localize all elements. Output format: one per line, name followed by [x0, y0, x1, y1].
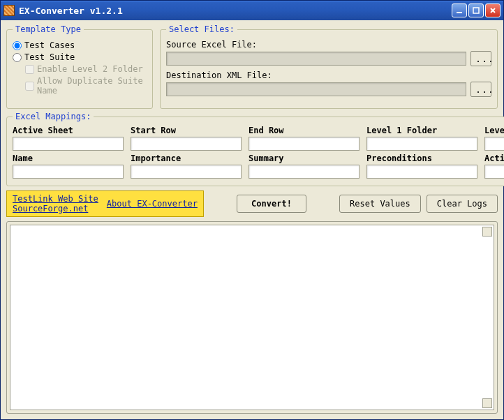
- input-end-row[interactable]: [249, 137, 360, 151]
- select-files-group: Select Files: Source Excel File: ... Des…: [160, 24, 498, 109]
- check-dup-label: Allow Duplicate Suite Name: [37, 76, 147, 96]
- browse-dest-button[interactable]: ...: [470, 82, 491, 97]
- input-level1[interactable]: [366, 137, 477, 151]
- radio-test-suite[interactable]: Test Suite: [13, 52, 147, 62]
- label-name: Name: [13, 153, 124, 163]
- input-level2[interactable]: [484, 137, 504, 151]
- svg-rect-1: [473, 8, 479, 13]
- maximize-icon: [473, 7, 480, 14]
- minimize-icon: [456, 7, 463, 14]
- check-dup-input: [25, 82, 34, 91]
- source-file-row: ...: [166, 51, 491, 66]
- window-buttons: [452, 3, 501, 17]
- input-actions[interactable]: [484, 165, 504, 179]
- close-icon: [489, 7, 496, 14]
- col-summary: Summary: [249, 153, 360, 179]
- col-actions: Actions: [484, 153, 504, 179]
- input-summary[interactable]: [249, 165, 360, 179]
- log-group: [6, 221, 498, 414]
- radio-test-cases[interactable]: Test Cases: [13, 40, 147, 50]
- mappings-grid: Active Sheet Start Row End Row Level 1 F…: [13, 126, 504, 179]
- template-type-group: Template Type Test Cases Test Suite Enab…: [6, 24, 153, 109]
- radio-test-cases-label: Test Cases: [24, 40, 75, 50]
- action-row: TestLink Web Site SourceForge.net About …: [6, 190, 498, 217]
- links-box: TestLink Web Site SourceForge.net About …: [6, 190, 204, 217]
- label-actions: Actions: [484, 153, 504, 163]
- app-window: EX-Converter v1.2.1 Template Type Test C…: [0, 0, 504, 420]
- dest-file-row: ...: [166, 82, 491, 97]
- label-level2: Level 2 Folder: [484, 126, 504, 135]
- svg-rect-0: [457, 12, 462, 13]
- input-active-sheet[interactable]: [13, 137, 124, 151]
- col-preconditions: Preconditions: [366, 153, 477, 179]
- clear-logs-button[interactable]: Clear Logs: [427, 195, 498, 213]
- col-importance: Importance: [131, 153, 242, 179]
- maximize-button[interactable]: [468, 3, 484, 17]
- app-icon: [3, 5, 15, 16]
- col-level1: Level 1 Folder: [366, 126, 477, 151]
- source-file-input[interactable]: [166, 52, 466, 66]
- scroll-up-icon[interactable]: [482, 227, 492, 237]
- window-title: EX-Converter v1.2.1: [19, 6, 452, 16]
- col-level2: Level 2 Folder: [484, 126, 504, 151]
- col-end-row: End Row: [249, 126, 360, 151]
- label-summary: Summary: [249, 153, 360, 163]
- label-preconditions: Preconditions: [366, 153, 477, 163]
- log-textarea[interactable]: [10, 225, 494, 410]
- radio-test-cases-input[interactable]: [13, 41, 22, 50]
- content-area: Template Type Test Cases Test Suite Enab…: [1, 20, 503, 419]
- label-importance: Importance: [131, 153, 242, 163]
- dest-file-label: Destination XML File:: [166, 70, 491, 80]
- titlebar: EX-Converter v1.2.1: [1, 1, 503, 20]
- convert-button[interactable]: Convert!: [237, 195, 306, 213]
- input-importance[interactable]: [131, 165, 242, 179]
- excel-mappings-group: Excel Mappings: Active Sheet Start Row E…: [6, 112, 504, 186]
- label-active-sheet: Active Sheet: [13, 126, 124, 135]
- browse-source-button[interactable]: ...: [470, 51, 491, 66]
- col-start-row: Start Row: [131, 126, 242, 151]
- check-level2-input: [25, 65, 34, 74]
- label-end-row: End Row: [249, 126, 360, 135]
- input-name[interactable]: [13, 165, 124, 179]
- input-preconditions[interactable]: [366, 165, 477, 179]
- template-legend: Template Type: [13, 24, 84, 34]
- radio-test-suite-label: Test Suite: [24, 52, 75, 62]
- label-level1: Level 1 Folder: [366, 126, 477, 135]
- check-level2-label: Enable Level 2 Folder: [37, 64, 143, 74]
- minimize-button[interactable]: [452, 3, 467, 17]
- input-start-row[interactable]: [131, 137, 242, 151]
- dest-file-input[interactable]: [166, 82, 466, 96]
- link-testlink[interactable]: TestLink Web Site: [13, 194, 98, 204]
- radio-test-suite-input[interactable]: [13, 53, 22, 62]
- col-name: Name: [13, 153, 124, 179]
- link-about[interactable]: About EX-Converter: [107, 199, 198, 209]
- mappings-legend: Excel Mappings:: [13, 112, 94, 121]
- links-col: TestLink Web Site SourceForge.net: [13, 194, 98, 213]
- files-legend: Select Files:: [166, 24, 237, 34]
- scroll-down-icon[interactable]: [482, 398, 492, 408]
- label-start-row: Start Row: [131, 126, 242, 135]
- reset-values-button[interactable]: Reset Values: [339, 195, 421, 213]
- check-dup: Allow Duplicate Suite Name: [25, 76, 147, 96]
- source-file-label: Source Excel File:: [166, 40, 491, 50]
- col-active-sheet: Active Sheet: [13, 126, 124, 151]
- check-level2: Enable Level 2 Folder: [25, 64, 147, 74]
- link-sourceforge[interactable]: SourceForge.net: [13, 204, 98, 213]
- close-button[interactable]: [485, 3, 501, 17]
- top-row: Template Type Test Cases Test Suite Enab…: [6, 24, 498, 109]
